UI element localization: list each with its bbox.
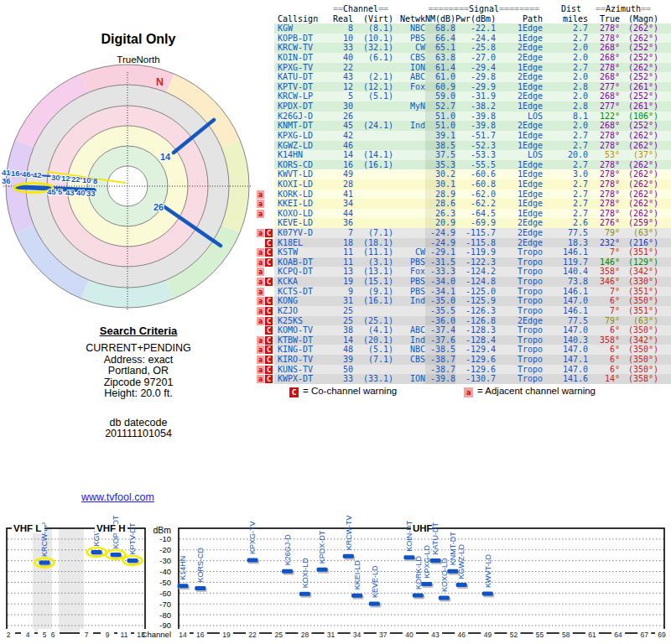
nm-db-cell: 61.4 — [425, 63, 455, 73]
shaded-band — [59, 529, 84, 632]
distance-cell: 140.3 — [543, 335, 588, 345]
row-band: KWVT-LD4930.2-60.61Edge3.0278°(262°) — [274, 169, 671, 179]
path-cell: Tropo — [496, 325, 543, 335]
power-dbm-cell: -29.8 — [455, 72, 496, 82]
virtual-channel-cell — [353, 190, 393, 200]
table-row: KRCW-LP5(5.1)59.0-31.92Edge2.0268°(252°) — [257, 91, 671, 101]
azimuth-true-cell: 278° — [588, 169, 620, 179]
path-cell: 2Edge — [496, 238, 543, 248]
virtual-channel-cell: (15.1) — [353, 277, 393, 287]
real-channel-cell: 28 — [328, 179, 353, 190]
co-channel-legend: C= Co-channel warning — [289, 386, 397, 397]
distance-cell: 147.0 — [543, 325, 588, 335]
path-cell: Tropo — [496, 257, 543, 267]
warning-slot — [265, 151, 273, 159]
channel-tick-label: 5 — [43, 631, 47, 639]
callsign-cell: KOMO-TV — [274, 325, 328, 335]
station-label: KWVT-LD — [484, 554, 492, 589]
table-row: KWVT-LD4930.2-60.61Edge3.0278°(262°) — [257, 169, 671, 179]
nm-db-cell: 59.0 — [425, 91, 455, 101]
column-header: NM(dB) — [425, 14, 455, 24]
network-cell: PBS — [393, 257, 425, 267]
adjacent-channel-warning-icon: a — [257, 229, 264, 237]
path-cell: 2Edge — [496, 228, 543, 238]
virtual-channel-cell: (8.1) — [353, 23, 393, 34]
dbm-tick-label: -50 — [159, 578, 171, 587]
nm-db-cell: -38.5 — [425, 345, 455, 355]
table-row: KEVE-LD3620.9-69.92Edge2.6276°(259°) — [257, 218, 671, 228]
callsign-cell: KEVE-LD — [274, 218, 328, 228]
network-cell — [393, 160, 425, 170]
azimuth-magnetic-cell: (252°) — [620, 72, 658, 82]
row-band: KGWZ-LD4638.5-52.31Edge2.7278°(262°) — [274, 141, 671, 151]
path-cell: 1Edge — [496, 169, 543, 179]
distance-cell: 2.7 — [543, 160, 588, 170]
criteria-line: CURRENT+PENDING — [13, 343, 264, 355]
station-marker — [421, 582, 432, 586]
power-dbm-cell: -69.9 — [455, 218, 496, 228]
network-cell: CBS — [393, 53, 425, 63]
network-cell: ION — [393, 63, 425, 73]
nm-db-cell: -24.9 — [425, 228, 455, 238]
callsign-cell: KOIN-DT — [274, 53, 328, 63]
y-axis-title: dBm — [153, 525, 171, 535]
callsign-cell: KKEI-LD — [274, 199, 328, 209]
distance-cell: 18.3 — [543, 238, 588, 248]
azimuth-true-cell: 268° — [588, 43, 620, 53]
table-row: aCKONG31(16.1)Ind-35.0-125.9Tropo147.06°… — [257, 296, 671, 306]
station-label: KPXG-TV — [248, 521, 257, 554]
tvfool-link[interactable]: www.tvfool.com — [81, 491, 154, 503]
power-dbm-cell: -115.8 — [455, 238, 496, 248]
power-dbm-cell: -22.1 — [455, 23, 496, 34]
azimuth-magnetic-cell: (342°) — [620, 267, 658, 277]
dbm-tick-label: -80 — [159, 610, 171, 620]
station-marker — [369, 602, 380, 606]
azimuth-true-cell: 278° — [588, 179, 620, 190]
azimuth-magnetic-cell: (351°) — [620, 247, 658, 257]
radar-channel-label: 40 — [76, 188, 86, 197]
distance-cell: 147.0 — [543, 345, 588, 355]
channel-tick-label: 2 — [7, 631, 11, 639]
nm-db-cell: 20.9 — [425, 218, 455, 228]
callsign-cell: KOXI-LD — [274, 179, 328, 190]
nm-db-cell: -37.4 — [425, 325, 455, 335]
real-channel-cell: 7 — [328, 228, 353, 238]
warning-slot — [265, 132, 273, 140]
azimuth-true-cell: 79° — [588, 228, 620, 238]
criteria-line: Portland, OR — [13, 366, 264, 377]
row-band: KRCW-TV33(32.1)CW65.1-25.82Edge2.0268°(2… — [274, 43, 671, 53]
nm-db-cell: -33.3 — [425, 267, 455, 277]
distance-cell: 2.8 — [543, 82, 588, 92]
column-header: True — [588, 14, 620, 24]
table-row: aCK25KS25(25.1)-36.0-126.82Edge77.579°(6… — [257, 316, 671, 326]
azimuth-magnetic-cell: (342°) — [620, 335, 658, 345]
power-dbm-cell: -128.3 — [455, 325, 496, 335]
path-cell: 1Edge — [496, 82, 543, 92]
warning-slot — [265, 112, 273, 121]
table-row: KORS-CD16(16.1)35.3-55.51Edge2.7278°(262… — [257, 160, 671, 170]
distance-cell: 2.0 — [543, 43, 588, 53]
co-channel-warning-icon: C — [265, 345, 273, 354]
azimuth-magnetic-cell: (261°) — [620, 101, 658, 112]
station-marker — [343, 554, 354, 558]
header-group-label: ==Azimuth== — [588, 4, 658, 14]
virtual-channel-cell: (13.1) — [353, 267, 393, 277]
station-marker — [91, 550, 102, 554]
azimuth-magnetic-cell: (350°) — [620, 355, 658, 365]
network-cell: CW — [393, 247, 425, 257]
x-axis-title: Channel — [142, 630, 171, 639]
virtual-channel-cell: (5.1) — [353, 345, 393, 355]
table-row: KOPB-DT10(10.1)PBS66.4-24.41Edge2.7278°(… — [257, 34, 671, 44]
radar-channel-label: 22 — [71, 174, 81, 184]
power-dbm-cell: -60.8 — [455, 179, 496, 190]
virtual-channel-cell: (3.1) — [353, 257, 393, 267]
co-channel-warning-icon: C — [265, 326, 273, 335]
virtual-channel-cell — [353, 141, 393, 151]
adjacent-channel-warning-icon: a — [257, 200, 264, 208]
real-channel-cell: 11 — [328, 247, 353, 257]
real-channel-cell: 45 — [328, 121, 353, 131]
virtual-channel-cell — [353, 169, 393, 179]
real-channel-cell: 25 — [328, 316, 353, 326]
nm-db-cell: 38.5 — [425, 141, 455, 151]
network-cell: CBS — [393, 355, 425, 365]
